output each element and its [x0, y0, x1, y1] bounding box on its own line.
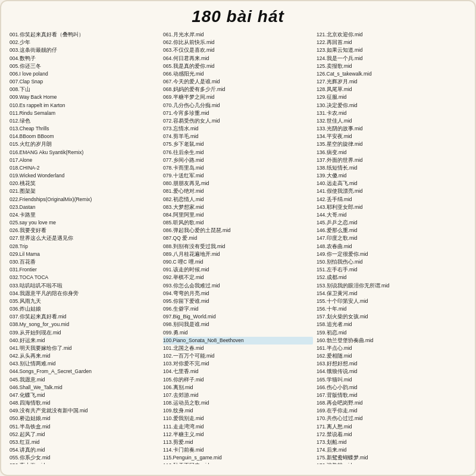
list-item: 082.初恋情人.mid [163, 196, 313, 203]
list-item: 064.何日君再来.mid [163, 55, 313, 62]
list-item: 168.再会吧岗野.mid [317, 399, 466, 407]
list-item: 010.Es rappelt im Karton [10, 102, 159, 109]
list-item: 009.Way Back Home [10, 93, 159, 101]
list-item: 080.朋朋友再见.mid [163, 180, 313, 187]
list-item: 154.保卫黄河.mid [317, 290, 466, 298]
list-item: 048.四海情歌.mid [10, 399, 159, 407]
list-item: 129.征服.mid [317, 93, 466, 101]
list-item: 163.好想好想.mid [317, 360, 466, 368]
list-item: 069.半糖半梦之间.mid [163, 93, 313, 101]
list-item: 026.我要变好看 [10, 227, 159, 234]
list-item: 038.My_song_for_you.mid [10, 321, 159, 328]
list-item: 008.下山 [10, 86, 159, 93]
list-item: 165.学猫叫.mid [317, 376, 466, 384]
list-item: 145.乒乒之恋.mid [317, 219, 466, 227]
list-item: 157.划火柴的女孩.mid [317, 313, 466, 321]
list-item: 125.卖报歌.mid [317, 62, 466, 70]
list-item: 122.再回首.mid [317, 39, 466, 46]
list-item: 131.卡农.mid [317, 109, 466, 117]
list-item: 142.丢手绢.mid [317, 196, 466, 203]
main-container: 180 bài hát 001.你笑起来真好看（叠鸭叫）002.少年003.这条… [0, 0, 476, 476]
list-item: 152.成都.mid [317, 274, 466, 281]
list-item: 112.半糖主义.mid [163, 431, 313, 439]
list-item: 094.弯弯的月亮.mid [163, 290, 313, 298]
list-item: 169.在乎你走.mid [317, 407, 466, 415]
list-item: 116.秋天不回来.mid [163, 462, 313, 464]
list-item: 019.Wicked Wonderland [10, 172, 159, 180]
list-item: 062.你比从前快乐.mid [163, 39, 313, 46]
list-item: 097.Big_Big_World.mid [163, 313, 313, 321]
list-item: 025.say you love me [10, 219, 159, 227]
list-item: 096.生僻字.mid [163, 305, 313, 313]
list-item: 090.C 哩C 哩.mid [163, 258, 313, 266]
list-item: 049.没有共产党就没有新中国.mid [10, 407, 159, 415]
list-item: 167.背版情歌.mid [317, 392, 466, 399]
list-item: 072.容易受伤的女人.mid [163, 117, 313, 125]
list-item: 114.卡门前奏.mid [163, 446, 313, 454]
list-item: 081.爱心绝对.mid [163, 187, 313, 195]
list-item: 110.爱我别走.mid [163, 415, 313, 422]
list-item: 036.炸山姑娘 [10, 305, 159, 313]
list-item: 051.半岛铁盒.mid [10, 423, 159, 431]
list-item: 023.Dastan [10, 203, 159, 211]
list-item: 107.去郊游.mid [163, 392, 313, 399]
list-item: 004.数鸭子 [10, 55, 159, 62]
page-title: 180 bài hát [10, 7, 466, 26]
list-item: 105.你的样子.mid [163, 376, 313, 384]
list-item: 011.Rindu Semalam [10, 109, 159, 117]
list-item: 173.划船.mid [317, 439, 466, 446]
list-item: 106.离别.mid [163, 384, 313, 392]
list-item: 017.Alone [10, 156, 159, 164]
list-item: 012.绿色 [10, 117, 159, 125]
list-item: 159.初恋.mid [317, 329, 466, 337]
list-item: 089.八月桂花遍地开.mid [163, 250, 313, 258]
list-item: 005.你还三冬 [10, 62, 159, 70]
list-item: 161.半点心.mid [317, 345, 466, 352]
list-item: 016.EMANG Aku Syantik(Remix) [10, 149, 159, 156]
list-item: 074.剪羊毛.mid [163, 133, 313, 140]
list-item: 007.Clap Snap [10, 78, 159, 86]
list-item: 109.纹身.mid [163, 407, 313, 415]
list-item: 073.忘情水.mid [163, 125, 313, 133]
list-item: 003.这条街最靓的仔 [10, 46, 159, 54]
list-item: 092.举棋不定.mid [163, 274, 313, 281]
list-item: 076.往后余生.mid [163, 149, 313, 156]
list-item: 039.从开始到现在.mid [10, 329, 159, 337]
list-item: 084.阿里阿里.mid [163, 211, 313, 219]
list-item: 037.你笑起来真好看.mid [10, 313, 159, 321]
list-item: 015.火红的岁月朗 [10, 140, 159, 148]
list-item: 141.假使我漂亮.mid [317, 187, 466, 195]
list-item: 085.听风的歌.mid [163, 219, 313, 227]
list-item: 043.别让情两难.mid [10, 360, 159, 368]
list-item: 035.风雨九天 [10, 298, 159, 305]
list-item: 020.桃花笑 [10, 180, 159, 187]
list-item: 115.Penguin_s_game.mid [163, 454, 313, 462]
list-item: 086.弹起我心爱的土琵琶.mid [163, 227, 313, 234]
list-item: 079.十送红军.mid [163, 172, 313, 180]
list-item: 150.别怕我伤心.mid [317, 258, 466, 266]
list-item: 098.别问我是谁.mid [163, 321, 313, 328]
list-item: 031.Frontier [10, 266, 159, 274]
list-item: 166.伤心小韵.mid [317, 384, 466, 392]
list-item: 029.Lil Mama [10, 250, 159, 258]
list-item: 136.病变.mid [317, 149, 466, 156]
list-item: 155.十个印第安人.mid [317, 298, 466, 305]
list-item: 050.桥边姑娘.mid [10, 415, 159, 422]
list-item: 140.远走高飞.mid [317, 180, 466, 187]
list-item: 113.剪爱.mid [163, 439, 313, 446]
list-item: 056.夜上海.mid [10, 462, 159, 464]
list-item: 156.十年.mid [317, 305, 466, 313]
list-item: 130.决定爱你.mid [317, 102, 466, 109]
list-item: 046.Shall_We_Talk.mid [10, 384, 159, 392]
list-item: 028.Trip [10, 243, 159, 250]
list-item: 095.你留下爱谁.mid [163, 298, 313, 305]
list-item: 162.爱相随.mid [317, 352, 466, 360]
list-item: 018.CHINA-2 [10, 164, 159, 172]
list-item: 041.明天我要嫁给你了.mid [10, 345, 159, 352]
list-item: 044.Songs_From_A_Secret_Garden [10, 368, 159, 375]
list-item: 065.我是真的爱你.mid [163, 62, 313, 70]
list-item: 148.农春曲.mid [317, 243, 466, 250]
list-item: 001.你笑起来真好看（叠鸭叫） [10, 31, 159, 39]
list-item: 042.从头再来.mid [10, 352, 159, 360]
list-item: 149.你一定很爱你.mid [317, 250, 466, 258]
